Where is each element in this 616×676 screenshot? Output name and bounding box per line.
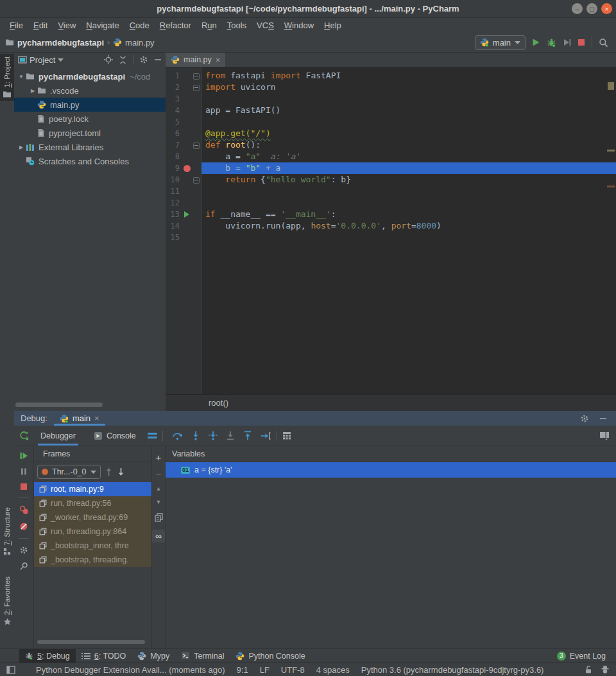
stripe-button-favorites[interactable]: 2: Favorites [0, 574, 14, 628]
gutter-cell[interactable]: 5 [166, 116, 201, 128]
hector-icon[interactable] [601, 665, 610, 674]
menu-edit[interactable]: Edit [29, 19, 52, 31]
window-close-icon[interactable]: × [601, 3, 612, 14]
menu-view[interactable]: View [53, 19, 80, 31]
code-text[interactable]: if __name__ == '__main__': [201, 209, 616, 220]
editor-tab-main-py[interactable]: main.py × [166, 53, 225, 67]
window-maximize-icon[interactable]: □ [586, 3, 597, 14]
breadcrumb-item[interactable]: pycharmdebugfastapi [17, 38, 104, 48]
frame-row[interactable]: _worker, thread.py:69 [34, 510, 152, 524]
frame-row[interactable]: root, main.py:9 [34, 482, 152, 496]
force-step-into-icon[interactable] [209, 431, 218, 440]
gear-icon[interactable] [580, 414, 589, 423]
code-text[interactable]: a = "a"a: 'a' [201, 151, 616, 162]
event-log-button[interactable]: 3Event Log [557, 652, 616, 661]
horizontal-scrollbar[interactable] [15, 403, 103, 407]
view-breakpoints-icon[interactable] [19, 505, 29, 515]
code-text[interactable]: return {"hello world": b} [201, 174, 616, 186]
code-text[interactable]: @app.get("/") [201, 128, 616, 139]
status-item[interactable]: 9:1 [237, 665, 248, 675]
code-text[interactable]: uvicorn.run(app, host='0.0.0.0', port=80… [201, 220, 616, 232]
menu-code[interactable]: Code [125, 19, 154, 31]
inspection-status-indicator[interactable] [608, 82, 614, 90]
code-text[interactable] [201, 116, 616, 128]
breadcrumb-function[interactable]: root() [209, 398, 228, 408]
tree-row[interactable]: main.py [14, 98, 166, 112]
fold-marker-icon[interactable] [193, 85, 200, 91]
minimize-icon[interactable] [154, 56, 162, 64]
gutter-cell[interactable]: 11 [166, 186, 201, 197]
menu-tools[interactable]: Tools [223, 19, 251, 31]
tree-row[interactable]: pyproject.toml [14, 126, 166, 140]
tree-arrow-icon[interactable]: ▶ [17, 144, 26, 150]
frame-row[interactable]: _bootstrap_inner, thre [34, 539, 152, 553]
unlock-icon[interactable] [585, 665, 592, 674]
toolwindow-button-mypy[interactable]: Mypy [132, 649, 175, 663]
gutter-cell[interactable]: 7 [166, 139, 201, 151]
rerun-icon[interactable] [19, 431, 29, 440]
status-item[interactable]: Python Debugger Extension Avail... (mome… [36, 665, 225, 675]
frame-down-icon[interactable] [117, 467, 125, 476]
menu-help[interactable]: Help [320, 19, 346, 31]
code-text[interactable]: import uvicorn [201, 82, 616, 93]
add-watch-icon[interactable]: + [156, 453, 162, 462]
gutter-cell[interactable]: 14 [166, 220, 201, 232]
thread-selector[interactable]: Thr...-0_0 [37, 465, 101, 479]
status-item[interactable]: 4 spaces [316, 665, 350, 675]
status-item[interactable]: Python 3.6 (pycharmdebugfastapi-9cdjtyrg… [361, 665, 544, 675]
gear-icon[interactable] [139, 55, 148, 64]
gutter-cell[interactable]: 10 [166, 174, 201, 186]
menu-run[interactable]: Run [197, 19, 221, 31]
stop-icon[interactable] [20, 483, 28, 490]
menu-refactor[interactable]: Refactor [155, 19, 196, 31]
stop-button[interactable] [578, 39, 585, 46]
breakpoint-icon[interactable] [184, 165, 191, 172]
code-text[interactable]: def root(): [201, 139, 616, 151]
collapse-all-icon[interactable] [119, 56, 127, 64]
toolwindow-button-python-console[interactable]: Python Console [230, 649, 311, 663]
step-out-icon[interactable] [243, 431, 252, 440]
frame-row[interactable]: _bootstrap, threading. [34, 553, 152, 567]
status-item[interactable]: UTF-8 [281, 665, 305, 675]
toolwindow-toggle-icon[interactable] [6, 666, 15, 674]
tree-row[interactable]: poetry.lock [14, 112, 166, 126]
coverage-button[interactable] [563, 38, 571, 47]
run-to-cursor-icon[interactable] [261, 431, 271, 440]
menu-navigate[interactable]: Navigate [81, 19, 123, 31]
frame-row[interactable]: run, thread.py:56 [34, 496, 152, 510]
fold-marker-icon[interactable] [193, 73, 200, 80]
step-into-icon[interactable] [191, 431, 200, 440]
debug-button[interactable] [547, 38, 556, 48]
tree-row[interactable]: ▶External Libraries [14, 140, 166, 154]
tree-arrow-icon[interactable]: ▶ [28, 88, 37, 94]
debug-session-tab[interactable]: main × [54, 411, 105, 426]
chevron-down-icon[interactable] [58, 58, 64, 62]
fold-marker-icon[interactable] [193, 177, 200, 184]
stripe-button-project[interactable]: 1: Project [0, 54, 14, 101]
breadcrumb-item[interactable]: main.py [125, 38, 155, 48]
tree-row[interactable]: Scratches and Consoles [14, 154, 166, 168]
toolwindow-button-5-debug[interactable]: 5: Debug [19, 649, 76, 663]
gutter-cell[interactable]: 1 [166, 70, 201, 82]
search-icon[interactable] [599, 38, 608, 48]
code-text[interactable] [201, 93, 616, 105]
tab-debugger[interactable]: Debugger [34, 426, 82, 446]
gutter-cell[interactable]: 6 [166, 128, 201, 139]
gutter-cell[interactable]: 4 [166, 105, 201, 116]
evaluate-grid-icon[interactable] [282, 431, 291, 440]
frame-up-icon[interactable] [105, 467, 113, 476]
toolwindow-button-6-todo[interactable]: 6: TODO [76, 649, 132, 663]
layout-settings-icon[interactable] [599, 431, 610, 440]
code-text[interactable] [201, 232, 616, 243]
code-text[interactable]: b = "b" + a [201, 162, 616, 174]
run-line-icon[interactable] [184, 211, 189, 218]
gutter-cell[interactable]: 9 [166, 162, 201, 174]
menu-vcs[interactable]: VCS [252, 19, 278, 31]
run-config-select[interactable]: main [475, 35, 526, 50]
locate-icon[interactable] [104, 55, 113, 64]
gutter-cell[interactable]: 2 [166, 82, 201, 93]
frame-row[interactable]: run, threading.py:864 [34, 524, 152, 539]
project-panel-title[interactable]: Project [30, 55, 55, 65]
gutter-cell[interactable]: 15 [166, 232, 201, 243]
inline-values-icon[interactable]: ∞ [152, 530, 165, 542]
